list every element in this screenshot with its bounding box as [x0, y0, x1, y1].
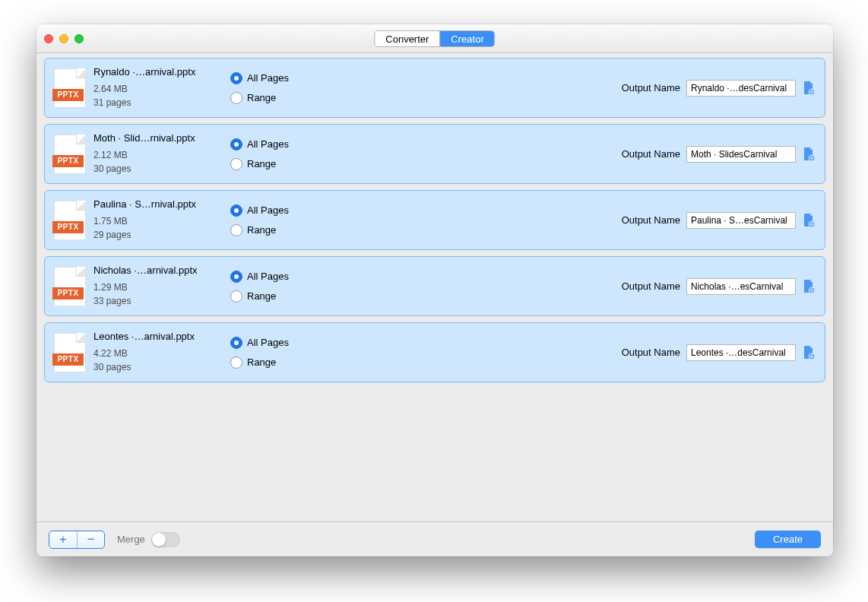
add-button[interactable]: + — [49, 531, 77, 548]
file-pages: 30 pages — [93, 162, 223, 176]
file-row[interactable]: PPTX Moth · Slid…rnival.pptx 2.12 MB 30 … — [44, 124, 825, 184]
merge-control: Merge — [117, 532, 180, 547]
output-group: Output Name Leontes ·…desCarnival — [622, 344, 816, 361]
window-controls — [44, 34, 84, 43]
toggle-knob — [152, 533, 166, 547]
radio-label: All Pages — [247, 204, 289, 216]
output-label: Output Name — [622, 148, 680, 160]
pptx-file-icon: PPTX — [54, 267, 86, 306]
file-size: 1.75 MB — [93, 214, 223, 228]
output-label: Output Name — [622, 347, 680, 358]
pptx-file-icon: PPTX — [54, 68, 86, 108]
file-meta: Leontes ·…arnival.pptx 4.22 MB 30 pages — [93, 331, 223, 374]
radio-label: Range — [247, 92, 276, 103]
file-row[interactable]: PPTX Leontes ·…arnival.pptx 4.22 MB 30 p… — [44, 322, 825, 382]
output-name-input[interactable]: Paulina · S…esCarnival — [686, 212, 796, 229]
page-range-group: All Pages Range — [230, 271, 360, 303]
radio-all-pages[interactable]: All Pages — [230, 72, 360, 84]
file-pages: 30 pages — [93, 360, 223, 374]
output-settings-icon[interactable] — [802, 213, 816, 228]
output-label: Output Name — [622, 82, 680, 93]
radio-all-pages[interactable]: All Pages — [230, 138, 360, 150]
output-label: Output Name — [622, 214, 680, 226]
page-range-group: All Pages Range — [230, 204, 360, 236]
file-size: 1.29 MB — [93, 280, 223, 294]
file-pages: 33 pages — [93, 294, 223, 308]
output-name-input[interactable]: Rynaldo ·…desCarnival — [686, 80, 796, 97]
file-row[interactable]: PPTX Rynaldo ·…arnival.pptx 2.64 MB 31 p… — [44, 58, 825, 118]
segment-converter[interactable]: Converter — [375, 31, 439, 46]
radio-range[interactable]: Range — [230, 92, 360, 104]
mode-segmented-control[interactable]: Converter Creator — [374, 30, 495, 47]
radio-label: Range — [247, 290, 276, 302]
radio-dot-icon — [230, 224, 242, 236]
file-meta: Moth · Slid…rnival.pptx 2.12 MB 30 pages — [93, 132, 223, 176]
radio-range[interactable]: Range — [230, 224, 360, 236]
radio-dot-icon — [230, 290, 242, 303]
file-badge: PPTX — [52, 155, 84, 167]
file-meta: Paulina · S…rnival.pptx 1.75 MB 29 pages — [93, 198, 223, 242]
output-settings-icon[interactable] — [802, 345, 816, 360]
radio-dot-icon — [230, 337, 242, 349]
radio-label: Range — [247, 356, 276, 368]
app-window: Converter Creator PPTX Rynaldo ·…arnival… — [36, 24, 833, 556]
merge-toggle[interactable] — [151, 532, 180, 547]
radio-dot-icon — [230, 92, 242, 104]
output-name-input[interactable]: Leontes ·…desCarnival — [686, 344, 796, 361]
segment-creator[interactable]: Creator — [439, 31, 494, 46]
radio-dot-icon — [230, 138, 242, 150]
output-settings-icon[interactable] — [802, 279, 816, 294]
output-settings-icon[interactable] — [802, 81, 816, 96]
output-group: Output Name Nicholas ·…esCarnival — [622, 278, 816, 295]
file-row[interactable]: PPTX Paulina · S…rnival.pptx 1.75 MB 29 … — [44, 190, 825, 250]
radio-label: Range — [247, 158, 276, 170]
radio-dot-icon — [230, 271, 242, 283]
radio-all-pages[interactable]: All Pages — [230, 337, 360, 349]
file-meta: Nicholas ·…arnival.pptx 1.29 MB 33 pages — [93, 265, 223, 308]
output-label: Output Name — [622, 280, 680, 292]
file-row[interactable]: PPTX Nicholas ·…arnival.pptx 1.29 MB 33 … — [44, 256, 825, 316]
page-range-group: All Pages Range — [230, 72, 360, 104]
minimize-icon[interactable] — [59, 34, 68, 43]
file-name: Nicholas ·…arnival.pptx — [93, 265, 223, 276]
radio-dot-icon — [230, 72, 242, 84]
output-group: Output Name Rynaldo ·…desCarnival — [622, 80, 816, 97]
pptx-file-icon: PPTX — [54, 201, 86, 240]
page-range-group: All Pages Range — [230, 337, 360, 369]
radio-range[interactable]: Range — [230, 290, 360, 303]
file-size: 4.22 MB — [93, 347, 223, 360]
output-settings-icon[interactable] — [802, 147, 816, 162]
file-list: PPTX Rynaldo ·…arnival.pptx 2.64 MB 31 p… — [36, 53, 833, 521]
radio-dot-icon — [230, 204, 242, 217]
radio-label: All Pages — [247, 337, 289, 348]
file-name: Moth · Slid…rnival.pptx — [93, 132, 223, 144]
file-name: Rynaldo ·…arnival.pptx — [93, 66, 223, 78]
svg-point-3 — [811, 157, 813, 159]
output-name-input[interactable]: Moth · SlidesCarnival — [686, 146, 796, 163]
radio-all-pages[interactable]: All Pages — [230, 204, 360, 217]
file-name: Paulina · S…rnival.pptx — [93, 198, 223, 210]
footer: + − Merge Create — [36, 521, 833, 556]
file-size: 2.64 MB — [93, 82, 223, 96]
radio-range[interactable]: Range — [230, 356, 360, 369]
add-remove-control: + − — [49, 531, 105, 549]
svg-point-9 — [811, 355, 813, 357]
output-name-input[interactable]: Nicholas ·…esCarnival — [686, 278, 796, 295]
radio-all-pages[interactable]: All Pages — [230, 271, 360, 283]
svg-point-5 — [811, 223, 813, 225]
radio-label: All Pages — [247, 138, 289, 150]
close-icon[interactable] — [44, 34, 53, 43]
zoom-icon[interactable] — [74, 34, 84, 43]
radio-label: All Pages — [247, 271, 289, 282]
radio-label: Range — [247, 224, 276, 236]
svg-point-7 — [811, 289, 813, 291]
radio-dot-icon — [230, 158, 242, 170]
radio-label: All Pages — [247, 72, 289, 84]
radio-range[interactable]: Range — [230, 158, 360, 170]
titlebar: Converter Creator — [36, 24, 833, 53]
file-size: 2.12 MB — [93, 148, 223, 162]
radio-dot-icon — [230, 356, 242, 369]
create-button[interactable]: Create — [755, 531, 821, 548]
remove-button[interactable]: − — [77, 531, 104, 548]
file-meta: Rynaldo ·…arnival.pptx 2.64 MB 31 pages — [93, 66, 223, 109]
